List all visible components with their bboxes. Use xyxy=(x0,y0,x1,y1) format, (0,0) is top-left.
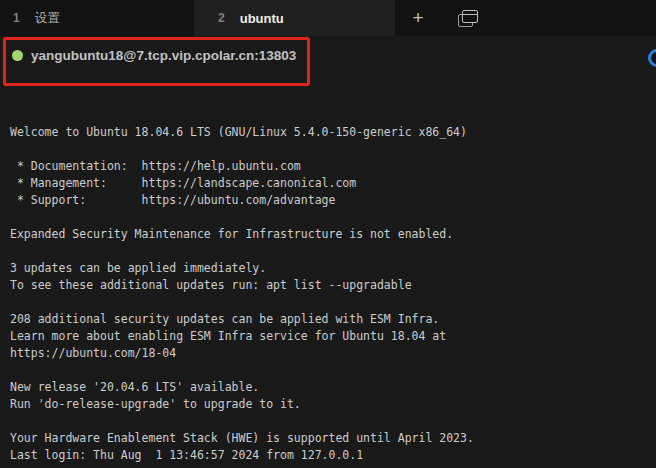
terminal-line: Welcome to Ubuntu 18.04.6 LTS (GNU/Linux… xyxy=(10,124,650,141)
duplicate-tab-button[interactable] xyxy=(451,0,485,36)
tab-bar: 1 设置 2 ubuntu + xyxy=(0,0,656,36)
new-window-icon xyxy=(458,10,478,27)
terminal-line xyxy=(10,294,650,311)
terminal-line: Last login: Thu Aug 1 13:46:57 2024 from… xyxy=(10,447,650,464)
tab-label: 设置 xyxy=(35,10,60,27)
terminal-line xyxy=(10,243,650,260)
terminal-line: 3 updates can be applied immediately. xyxy=(10,260,650,277)
terminal-line: https://ubuntu.com/18-04 xyxy=(10,345,650,362)
tab-ubuntu[interactable]: 2 ubuntu xyxy=(194,0,395,36)
terminal-line: New release '20.04.6 LTS' available. xyxy=(10,379,650,396)
terminal-line xyxy=(10,413,650,430)
terminal-line: Your Hardware Enablement Stack (HWE) is … xyxy=(10,430,650,447)
connection-address: yangubuntu18@7.tcp.vip.cpolar.cn:13803 xyxy=(31,47,296,64)
terminal-line: Expanded Security Maintenance for Infras… xyxy=(10,226,650,243)
new-tab-button[interactable]: + xyxy=(401,0,435,36)
tab-settings[interactable]: 1 设置 xyxy=(0,0,194,36)
terminal-line xyxy=(10,362,650,379)
plus-icon: + xyxy=(412,7,423,29)
terminal-line xyxy=(10,141,650,158)
terminal-line: To see these additional updates run: apt… xyxy=(10,277,650,294)
terminal-output: Welcome to Ubuntu 18.04.6 LTS (GNU/Linux… xyxy=(10,124,650,464)
terminal-viewport[interactable]: Welcome to Ubuntu 18.04.6 LTS (GNU/Linux… xyxy=(10,90,650,468)
tab-number: 1 xyxy=(13,11,20,25)
terminal-line: Run 'do-release-upgrade' to upgrade to i… xyxy=(10,396,650,413)
terminal-line xyxy=(10,209,650,226)
terminal-line: * Support: https://ubuntu.com/advantage xyxy=(10,192,650,209)
tab-label: ubuntu xyxy=(240,11,284,26)
terminal-line: * Documentation: https://help.ubuntu.com xyxy=(10,158,650,175)
corner-badge-icon[interactable] xyxy=(648,49,656,67)
terminal-window: 1 设置 2 ubuntu + yangubuntu18@7.tcp.vip.c… xyxy=(0,0,656,468)
terminal-line: 208 additional security updates can be a… xyxy=(10,311,650,328)
tab-number: 2 xyxy=(218,11,225,25)
connection-status-dot xyxy=(12,50,23,61)
terminal-line: * Management: https://landscape.canonica… xyxy=(10,175,650,192)
terminal-line: Learn more about enabling ESM Infra serv… xyxy=(10,328,650,345)
